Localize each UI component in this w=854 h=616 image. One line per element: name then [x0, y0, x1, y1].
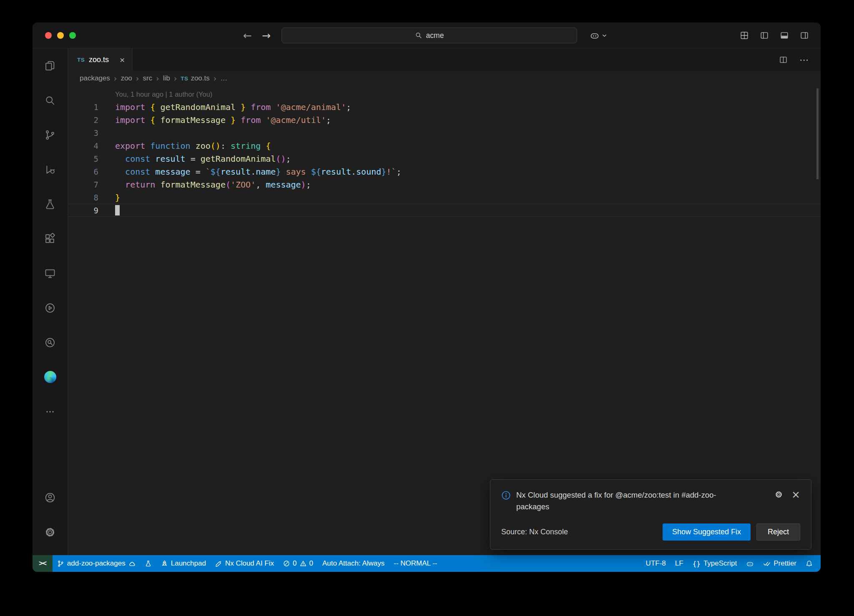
- line-number: 8: [68, 193, 98, 202]
- formatter-label: Prettier: [774, 559, 796, 568]
- encoding-indicator[interactable]: UTF-8: [641, 555, 671, 572]
- warning-icon: [300, 560, 306, 567]
- command-center-search[interactable]: acme: [281, 28, 577, 43]
- search-value: acme: [426, 31, 444, 40]
- breadcrumb-separator: ›: [114, 74, 117, 83]
- formatter-indicator[interactable]: Prettier: [759, 555, 801, 572]
- git-branch-icon: [57, 560, 64, 567]
- bell-icon: [806, 560, 813, 567]
- gear-icon: [44, 526, 56, 538]
- sidebar-item-run-tools[interactable]: [33, 290, 68, 325]
- problems-indicator[interactable]: 0 0: [279, 555, 318, 572]
- minimize-window-button[interactable]: [57, 32, 64, 39]
- notification-toast: Nx Cloud suggested a fix for @acme/zoo:t…: [490, 479, 811, 550]
- split-editor-icon[interactable]: [779, 55, 788, 64]
- sidebar-item-settings[interactable]: [33, 515, 68, 549]
- code-line: 5 const result = getRandomAnimal();: [68, 152, 821, 165]
- breadcrumb-separator: ›: [214, 74, 217, 83]
- eol-indicator[interactable]: LF: [671, 555, 688, 572]
- breadcrumb-item[interactable]: zoo: [121, 74, 132, 83]
- desktop-background: ← → acme: [0, 0, 854, 616]
- vim-mode-indicator[interactable]: -- NORMAL --: [389, 555, 442, 572]
- copilot-status[interactable]: [741, 555, 759, 572]
- ts-file-icon: TS: [181, 75, 188, 82]
- source-control-icon: [44, 129, 56, 141]
- ai-fix-icon: [215, 560, 222, 567]
- code-line: 9: [68, 204, 821, 217]
- language-indicator[interactable]: {} TypeScript: [688, 555, 742, 572]
- remote-icon: ><: [39, 559, 46, 568]
- sidebar-item-source-control[interactable]: [33, 118, 68, 152]
- breadcrumb-item[interactable]: src: [143, 74, 152, 83]
- sidebar-item-remote-explorer[interactable]: [33, 256, 68, 290]
- forward-arrow[interactable]: →: [262, 30, 271, 42]
- close-window-button[interactable]: [45, 32, 52, 39]
- breadcrumb-item[interactable]: lib: [163, 74, 170, 83]
- sidebar-item-code-inspect[interactable]: [33, 325, 68, 360]
- sidebar-item-edge-browser[interactable]: [33, 360, 68, 394]
- notification-gear-icon[interactable]: [774, 490, 783, 499]
- toggle-primary-sidebar-icon[interactable]: [760, 31, 769, 40]
- sidebar-item-explorer[interactable]: [33, 48, 68, 83]
- sidebar-item-accounts[interactable]: [33, 480, 68, 515]
- error-icon: [283, 560, 290, 567]
- tab-zoo-ts[interactable]: TS zoo.ts ×: [68, 48, 133, 71]
- history-nav: ← →: [243, 23, 271, 48]
- sidebar-item-run-debug[interactable]: [33, 152, 68, 187]
- line-number: 4: [68, 141, 98, 150]
- breadcrumb-item[interactable]: …: [220, 74, 227, 83]
- auto-attach-indicator[interactable]: Auto Attach: Always: [318, 555, 389, 572]
- code-line: 7 return formatMessage('ZOO', message);: [68, 178, 821, 191]
- code-text: import { getRandomAnimal } from '@acme/a…: [115, 102, 351, 112]
- braces-icon: {}: [693, 560, 701, 568]
- close-tab-icon[interactable]: ×: [120, 55, 125, 64]
- branch-indicator[interactable]: add-zoo-packages: [53, 555, 140, 572]
- breadcrumb-item[interactable]: TSzoo.ts: [181, 74, 209, 83]
- code-line: 3: [68, 126, 821, 139]
- toggle-panel-icon[interactable]: [780, 31, 789, 40]
- breadcrumb-item[interactable]: packages: [80, 74, 110, 83]
- sidebar-item-more-views[interactable]: [33, 394, 68, 429]
- rocket-icon: [161, 560, 168, 567]
- code-line: 4export function zoo(): string {: [68, 139, 821, 152]
- auto-attach-label: Auto Attach: Always: [322, 559, 384, 568]
- copilot-menu[interactable]: [590, 23, 607, 48]
- nx-cloud-label: Nx Cloud AI Fix: [225, 559, 274, 568]
- close-icon[interactable]: ×: [791, 489, 800, 500]
- line-number: 9: [68, 206, 98, 215]
- more-actions-icon[interactable]: ⋯: [799, 55, 809, 65]
- status-bar-right: UTF-8 LF {} TypeScript Prettier: [641, 555, 821, 572]
- launchpad-label: Launchpad: [171, 559, 206, 568]
- line-number: 5: [68, 154, 98, 163]
- gitlens-inspect[interactable]: [140, 555, 156, 572]
- notifications-bell[interactable]: [801, 555, 817, 572]
- cloud-upload-icon: [128, 560, 136, 567]
- launchpad-button[interactable]: Launchpad: [156, 555, 211, 572]
- nx-cloud-ai-fix-button[interactable]: Nx Cloud AI Fix: [211, 555, 279, 572]
- show-suggested-fix-button[interactable]: Show Suggested Fix: [663, 523, 751, 541]
- customize-layout-icon[interactable]: [740, 31, 749, 40]
- sidebar-item-search[interactable]: [33, 83, 68, 118]
- beaker-icon: [44, 198, 56, 210]
- code-text: [115, 205, 120, 215]
- error-count: 0: [293, 559, 296, 568]
- zoom-window-button[interactable]: [69, 32, 76, 39]
- activity-bar: [33, 48, 68, 555]
- back-arrow[interactable]: ←: [243, 30, 252, 42]
- editor-actions: ⋯: [779, 48, 821, 71]
- reject-button[interactable]: Reject: [756, 523, 800, 541]
- sidebar-item-testing[interactable]: [33, 187, 68, 221]
- inspect-icon: [44, 337, 56, 348]
- toggle-secondary-sidebar-icon[interactable]: [800, 31, 809, 40]
- line-number: 1: [68, 103, 98, 112]
- scrollbar-thumb[interactable]: [816, 88, 819, 179]
- vim-mode-label: -- NORMAL --: [394, 559, 437, 568]
- remote-indicator[interactable]: ><: [33, 555, 53, 572]
- code-line: 2import { formatMessage } from '@acme/ut…: [68, 113, 821, 126]
- search-icon: [415, 32, 422, 39]
- search-icon: [44, 95, 56, 106]
- code-text: }: [115, 193, 120, 203]
- code-line: 8}: [68, 191, 821, 204]
- sidebar-item-extensions[interactable]: [33, 221, 68, 256]
- code-text: const result = getRandomAnimal();: [115, 154, 291, 164]
